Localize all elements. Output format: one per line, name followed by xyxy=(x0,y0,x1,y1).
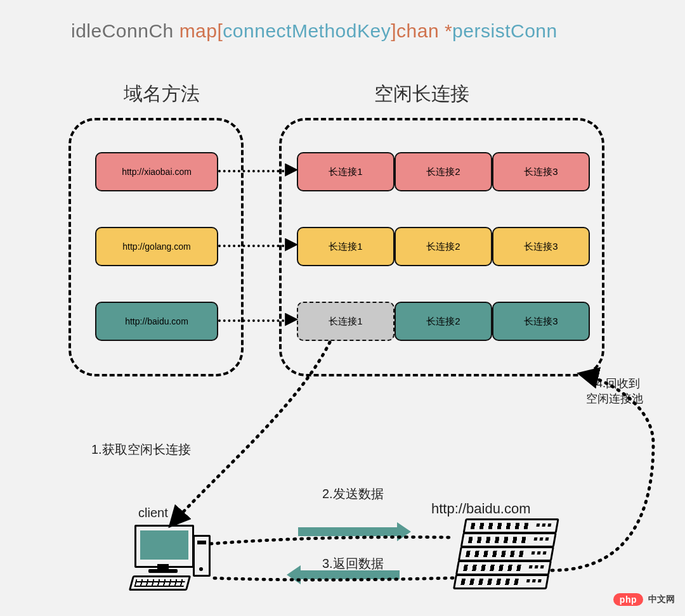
step-1-label: 1.获取空闲长连接 xyxy=(91,441,191,458)
conn-r2c0-label: 长连接1 xyxy=(329,316,362,328)
dotted-link-row0 xyxy=(218,170,289,172)
bracket-open: [ xyxy=(217,20,223,41)
keyword-map: map xyxy=(179,20,218,41)
keyword-chan: chan xyxy=(396,20,439,41)
conn-r0c1: 长连接2 xyxy=(395,152,492,191)
header-domain-method: 域名方法 xyxy=(124,81,200,107)
bracket-close: ] xyxy=(391,20,396,41)
key-baidu: http://baidu.com xyxy=(95,302,218,341)
conn-r1c1-label: 长连接2 xyxy=(426,241,460,253)
conn-r1c0-label: 长连接1 xyxy=(329,241,362,253)
key-xiaobai: http://xiaobai.com xyxy=(95,152,218,191)
footer-logo-text: 中文网 xyxy=(648,594,675,605)
key-golang-label: http://golang.com xyxy=(122,241,190,252)
conn-r2c1-label: 长连接2 xyxy=(426,316,460,328)
ident-idleconnch: idleConnCh xyxy=(71,20,174,41)
server-rack-icon xyxy=(453,518,559,588)
footer-logo-badge: php xyxy=(613,593,643,606)
conn-r1c2-label: 长连接3 xyxy=(524,241,558,253)
server-url-label: http://baidu.com xyxy=(431,501,531,517)
type-connectmethodkey: connectMethodKey xyxy=(223,20,391,41)
key-golang: http://golang.com xyxy=(95,227,218,266)
conn-r1c2: 长连接3 xyxy=(492,227,590,266)
conn-r2c0-idle: 长连接1 xyxy=(297,302,395,341)
dotted-link-row2 xyxy=(218,319,289,322)
step-4-label-line2: 空闲连接池 xyxy=(586,392,643,406)
conn-r0c1-label: 长连接2 xyxy=(426,166,460,178)
type-persistconn: persistConn xyxy=(452,20,558,41)
conn-r1c0: 长连接1 xyxy=(297,227,395,266)
conn-r0c0-label: 长连接1 xyxy=(329,166,362,178)
flow-step2 xyxy=(211,537,453,544)
conn-r0c0: 长连接1 xyxy=(297,152,395,191)
key-xiaobai-label: http://xiaobai.com xyxy=(122,167,192,177)
footer-logo: php 中文网 xyxy=(613,593,675,606)
client-computer-icon xyxy=(131,525,207,594)
conn-r0c2: 长连接3 xyxy=(492,152,590,191)
client-label: client xyxy=(138,506,168,520)
conn-r2c2: 长连接3 xyxy=(492,302,590,341)
conn-r2c2-label: 长连接3 xyxy=(524,316,558,328)
conn-r2c1: 长连接2 xyxy=(395,302,492,341)
header-idle-conns: 空闲长连接 xyxy=(374,81,469,107)
send-arrow-icon xyxy=(298,527,400,536)
dotted-link-row1 xyxy=(218,245,289,247)
type-declaration: idleConnCh map[connectMethodKey]chan *pe… xyxy=(71,20,558,42)
recv-arrow-icon xyxy=(298,570,400,579)
star: * xyxy=(445,20,452,41)
key-baidu-label: http://baidu.com xyxy=(125,316,188,326)
conn-r1c1: 长连接2 xyxy=(395,227,492,266)
conn-r0c2-label: 长连接3 xyxy=(524,166,558,178)
step-2-label: 2.发送数据 xyxy=(322,485,384,503)
step-3-label: 3.返回数据 xyxy=(322,555,384,572)
step-4-label-line1: 4.回收到 xyxy=(596,376,640,391)
